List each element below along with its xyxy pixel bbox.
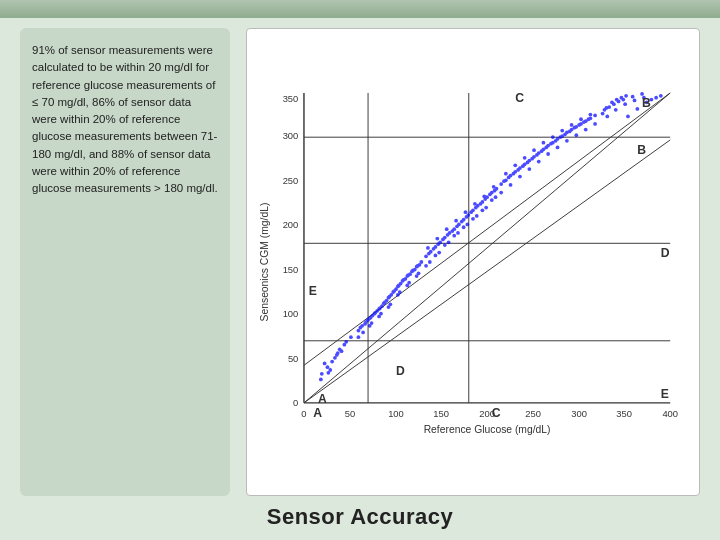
top-bar — [0, 0, 720, 18]
main-content: 91% of sensor measurements were calculat… — [0, 18, 720, 540]
y-axis-label: Senseonics CGM (mg/dL) — [259, 203, 270, 322]
svg-text:D: D — [396, 364, 405, 378]
svg-text:250: 250 — [525, 408, 541, 419]
svg-point-213 — [605, 115, 609, 119]
svg-point-105 — [479, 202, 483, 206]
svg-point-158 — [521, 164, 525, 168]
svg-point-57 — [388, 295, 392, 299]
svg-point-56 — [383, 301, 387, 305]
svg-point-173 — [499, 191, 503, 195]
svg-text:300: 300 — [571, 408, 587, 419]
svg-text:C: C — [515, 91, 524, 105]
svg-point-160 — [530, 157, 534, 161]
svg-point-113 — [462, 225, 466, 229]
svg-point-191 — [570, 123, 574, 127]
svg-point-165 — [554, 139, 558, 143]
svg-point-205 — [624, 94, 628, 98]
svg-point-55 — [378, 306, 382, 310]
svg-point-164 — [549, 142, 553, 146]
svg-text:100: 100 — [388, 408, 404, 419]
svg-point-116 — [490, 198, 494, 202]
svg-point-178 — [546, 152, 550, 156]
svg-point-166 — [558, 135, 562, 139]
svg-point-154 — [502, 179, 506, 183]
svg-text:150: 150 — [433, 408, 449, 419]
svg-point-182 — [584, 128, 588, 132]
svg-point-115 — [481, 208, 485, 212]
svg-text:250: 250 — [283, 175, 299, 186]
svg-point-126 — [435, 237, 439, 241]
svg-point-170 — [577, 123, 581, 127]
svg-point-110 — [434, 254, 438, 258]
svg-point-187 — [532, 148, 536, 152]
svg-text:50: 50 — [288, 353, 298, 364]
svg-point-131 — [482, 194, 486, 198]
svg-point-215 — [623, 102, 627, 106]
svg-point-101 — [460, 220, 464, 224]
svg-point-193 — [589, 113, 593, 117]
chart-title: Sensor Accuracy — [20, 504, 700, 530]
svg-point-63 — [416, 264, 420, 268]
svg-point-157 — [516, 168, 520, 172]
svg-point-51 — [358, 326, 362, 330]
svg-point-189 — [551, 135, 555, 139]
svg-point-186 — [523, 156, 527, 160]
svg-point-202 — [610, 100, 614, 104]
svg-point-18 — [340, 349, 344, 353]
svg-point-199 — [631, 95, 635, 99]
x-axis-label: Reference Glucose (mg/dL) — [424, 424, 551, 435]
chart-panel: A B C D D E A C E B 0 50 100 150 200 — [246, 28, 700, 496]
svg-text:50: 50 — [345, 408, 355, 419]
svg-point-169 — [573, 126, 577, 130]
svg-text:200: 200 — [283, 219, 299, 230]
svg-point-130 — [473, 202, 477, 206]
svg-point-72 — [370, 321, 374, 325]
svg-point-127 — [445, 227, 449, 231]
svg-point-95 — [432, 247, 436, 251]
svg-point-125 — [426, 246, 430, 250]
svg-point-61 — [406, 273, 410, 277]
svg-point-184 — [504, 172, 508, 176]
svg-point-97 — [441, 238, 445, 242]
svg-point-203 — [615, 98, 619, 102]
svg-point-102 — [465, 215, 469, 219]
svg-point-111 — [443, 243, 447, 247]
svg-point-21 — [319, 378, 323, 382]
svg-text:E: E — [309, 284, 317, 298]
svg-point-185 — [513, 163, 517, 167]
svg-point-103 — [469, 210, 473, 214]
svg-point-77 — [417, 271, 421, 275]
svg-point-118 — [437, 251, 441, 255]
svg-text:0: 0 — [293, 397, 298, 408]
svg-point-22 — [326, 371, 330, 375]
svg-point-192 — [579, 117, 583, 121]
svg-point-100 — [455, 224, 459, 228]
svg-text:300: 300 — [283, 130, 299, 141]
svg-point-122 — [475, 214, 479, 218]
svg-point-74 — [388, 302, 392, 306]
svg-text:150: 150 — [283, 264, 299, 275]
svg-point-161 — [535, 153, 539, 157]
svg-text:D: D — [661, 246, 670, 260]
svg-point-53 — [369, 316, 373, 320]
svg-point-211 — [659, 94, 663, 98]
svg-point-107 — [488, 193, 492, 197]
svg-text:200: 200 — [479, 408, 495, 419]
svg-text:400: 400 — [662, 408, 678, 419]
svg-point-168 — [568, 130, 572, 134]
svg-point-181 — [574, 133, 578, 137]
svg-point-167 — [563, 132, 567, 136]
svg-point-114 — [471, 217, 475, 221]
svg-point-59 — [397, 284, 401, 288]
svg-point-117 — [428, 260, 432, 264]
svg-point-94 — [427, 252, 431, 256]
svg-point-163 — [544, 146, 548, 150]
svg-point-10 — [326, 365, 330, 369]
svg-point-73 — [379, 312, 383, 316]
svg-point-75 — [398, 290, 402, 294]
svg-point-188 — [542, 141, 546, 145]
svg-point-98 — [446, 233, 450, 237]
svg-point-119 — [447, 240, 451, 244]
svg-point-204 — [620, 96, 624, 100]
svg-point-179 — [556, 146, 560, 150]
